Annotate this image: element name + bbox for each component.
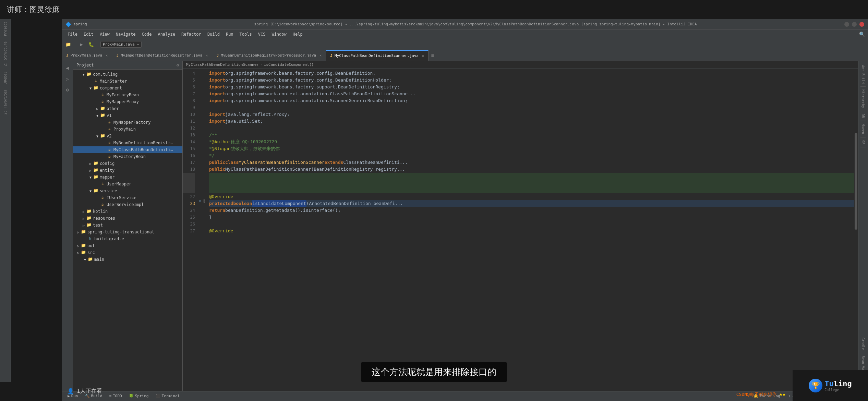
tab-proxy-close[interactable]: ✕ [106,53,108,57]
menu-run[interactable]: Run [223,31,236,38]
tree-config[interactable]: ▷ 📁 config [73,160,182,167]
tab-scanner[interactable]: J MyClassPathBeanDefinitionScanner.java … [326,50,429,61]
maximize-button[interactable] [852,22,857,27]
sidebar-icon-1[interactable]: ◀ [63,64,72,72]
tree-v1[interactable]: ▼ 📁 v1 [73,112,182,119]
viewer-bar: 👤 1人正在看 [62,385,108,398]
toolbar-debug-btn[interactable]: 🐛 [87,40,95,49]
tree-mymapperfactory[interactable]: ▷ ☕ MyMapperFactory [73,119,182,126]
file-icon-proxymain: ☕ [107,126,112,132]
menu-code[interactable]: Code [139,31,155,38]
sidebar-icon-3[interactable]: ⚙ [63,86,72,94]
code-line-17: public class MyClassPathBeanDefinitionSc… [209,159,854,166]
tree-label-kotlin: kotlin [93,209,108,214]
tree-src[interactable]: ▷ 📁 src [73,249,182,256]
folder-icon-v2: 📁 [100,133,105,139]
menu-refactor[interactable]: Refactor [179,31,204,38]
tree-iuserservice[interactable]: ▷ ☕ IUserService [73,194,182,201]
right-label-ant[interactable]: Ant Build [860,62,866,87]
menu-window[interactable]: Window [269,31,289,38]
tab-more-btn[interactable]: ≡ [429,50,437,61]
search-icon[interactable]: 🔍 [859,32,865,37]
folder-icon-resources: 📁 [86,216,92,221]
tree-mainstarter[interactable]: ▷ ☕ MainStarter [73,78,182,85]
left-tab-project[interactable]: Project [3,19,8,39]
scroll-gutter[interactable] [854,69,858,391]
right-label-db[interactable]: DB [860,111,866,121]
code-editor[interactable]: MyClassPathBeanDefinitionScanner › isCan… [183,61,858,391]
menu-help[interactable]: Help [290,31,305,38]
menu-tools[interactable]: Tools [237,31,255,38]
tree-label-mainstarter: MainStarter [100,79,127,84]
menu-file[interactable]: File [65,31,80,38]
folder-icon-entity: 📁 [93,168,98,173]
tree-entity[interactable]: ▷ 📁 entity [73,167,182,174]
tree-resources[interactable]: ▷ 📁 resources [73,215,182,222]
code-line-16: */ [209,152,854,159]
tab-import-close[interactable]: ✕ [206,53,208,57]
minimize-button[interactable] [844,22,849,27]
tab-import[interactable]: J MyImportBeanDefinitionRegistrar.java ✕ [112,50,212,61]
tree-kotlin[interactable]: ▷ 📁 kotlin [73,208,182,215]
tree-arrow-other: ▷ [95,107,100,111]
tree-usermapper[interactable]: ▷ ☕ UserMapper [73,181,182,187]
subtitle: 这个方法呢就是用来排除接口的 [361,362,507,382]
tree-mybeandefregp[interactable]: ▷ ☕ MyBeanDefinitionRegistryP... [73,139,182,146]
right-label-sf[interactable]: SF [860,137,866,147]
tree-myfactorybean2[interactable]: ▷ ☕ MyFactoryBean [73,153,182,160]
menu-navigate[interactable]: Navigate [113,31,138,38]
tree-v2[interactable]: ▼ 📁 v2 [73,133,182,139]
code-content[interactable]: import org.springframework.beans.factory… [205,69,854,391]
right-label-gradle[interactable]: Gradle [860,335,866,353]
toolbar-run-btn[interactable]: ▶ [77,40,86,49]
tree-proxymain[interactable]: ▷ ☕ ProxyMain [73,126,182,133]
file-icon-mainstarter: ☕ [93,78,98,84]
breadcrumb-method: isCandidateComponent() [264,62,314,67]
sidebar-icon-2[interactable]: ▷ [63,75,72,83]
tree-myclasspathbean[interactable]: ▷ ☕ MyClassPathBeanDefinition... [73,146,182,153]
left-tab-jrebel[interactable]: JRebel [3,69,8,87]
tree-arrow-v2: ▼ [95,134,100,138]
tree-build-gradle[interactable]: ▷ G build.gradle [73,235,182,242]
tree-myfactorybean[interactable]: ▷ ☕ MyFactoryBean [73,92,182,98]
project-tree[interactable]: ▼ 📁 com.tuling ▷ ☕ MainStarter ▼ 📁 compo… [73,70,182,391]
tab-proxy[interactable]: J ProxyMain.java ✕ [62,50,112,61]
tree-mymapperproxy[interactable]: ▷ ☕ MyMapperProxy [73,98,182,105]
toolbar-config-select[interactable]: ProxyMain.java ▾ [100,41,142,48]
menu-view[interactable]: View [97,31,112,38]
menu-vcs[interactable]: VCS [255,31,268,38]
tree-main[interactable]: ▼ 📁 main [73,256,182,263]
close-button[interactable] [859,22,864,27]
todo-btn[interactable]: ≡ TODO [107,393,125,399]
tree-other[interactable]: ▷ 📁 other [73,105,182,112]
tree-test[interactable]: ▷ 📁 test [73,222,182,229]
tree-spring-transactional[interactable]: ▷ 📁 spring-tuling-transactional [73,229,182,235]
right-label-hierarchy[interactable]: Hierarchy [860,87,866,111]
tree-mapper[interactable]: ▼ 📁 mapper [73,174,182,181]
menu-edit[interactable]: Edit [81,31,96,38]
tree-component[interactable]: ▼ 📁 component [73,85,182,92]
menu-analyze[interactable]: Analyze [155,31,178,38]
scroll-thumb[interactable] [855,133,857,230]
spring-btn[interactable]: 🍀 Spring [126,393,152,399]
tree-label-mybeandefregp: MyBeanDefinitionRegistryP... [113,141,175,145]
tab-scanner-close[interactable]: ✕ [422,54,424,58]
tab-mybean[interactable]: J MyBeanDefinitionRegistryPostProcessor.… [212,50,326,61]
csdn-badge: CSDN@每天都在想你 ★★ [736,391,786,398]
left-tab-favorites[interactable]: 2: Favorites [3,87,8,117]
panel-gear-icon[interactable]: ⚙ [177,63,179,68]
toolbar-project-btn[interactable]: 📁 [64,40,72,49]
tab-mybean-close[interactable]: ✕ [320,53,322,57]
right-label-maven[interactable]: Maven [860,121,866,137]
tree-service[interactable]: ▼ 📁 service [73,187,182,194]
code-area[interactable]: 4 5 6 7 8 9 10 11 12 13 14 15 16 17 18 [183,69,858,391]
tree-userserviceimpl[interactable]: ▷ ☕ UserServiceImpl [73,201,182,208]
csdn-text: CSDN@每天都在想你 [736,392,776,397]
tree-label-myfactorybean: MyFactoryBean [107,93,139,97]
menu-build[interactable]: Build [205,31,222,38]
terminal-btn[interactable]: ⬛ Terminal [153,393,183,399]
tree-out[interactable]: ▷ 📁 out [73,242,182,249]
left-tab-structure[interactable]: 2: Structure [3,39,8,69]
panel-title: Project [76,63,94,68]
tree-com-tuling[interactable]: ▼ 📁 com.tuling [73,71,182,78]
